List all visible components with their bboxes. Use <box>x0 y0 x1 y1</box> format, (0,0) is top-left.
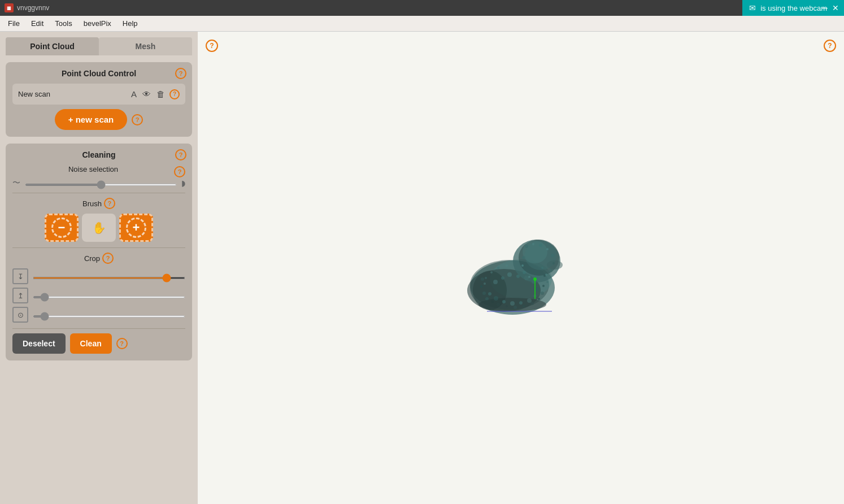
webcam-minimize-button[interactable]: ─ <box>819 2 830 14</box>
svg-point-53 <box>533 277 537 281</box>
new-scan-button[interactable]: + new scan <box>55 109 127 130</box>
svg-point-48 <box>523 271 526 274</box>
noise-icons-group: 〜 ◗ <box>12 178 185 188</box>
clean-button[interactable]: Clean <box>70 333 112 354</box>
crop-row-1: ↧ <box>12 268 185 284</box>
svg-point-14 <box>542 285 545 287</box>
svg-point-47 <box>528 276 530 278</box>
noise-help[interactable]: ? <box>174 166 185 177</box>
divider-3 <box>12 328 185 329</box>
noise-slider-container <box>25 179 177 188</box>
svg-point-62 <box>546 281 549 283</box>
noise-slider[interactable] <box>25 184 177 186</box>
noise-right-icon: ◗ <box>181 179 185 188</box>
svg-point-57 <box>506 264 508 267</box>
svg-point-28 <box>527 298 532 303</box>
crop-help[interactable]: ? <box>102 253 114 264</box>
noise-label: Noise selection <box>12 165 174 173</box>
brush-label: Brush <box>82 199 102 208</box>
svg-point-32 <box>494 296 498 301</box>
duck-3d-view <box>442 211 600 324</box>
font-icon: A <box>131 89 137 99</box>
app-title: vnvggvnnv <box>17 4 49 12</box>
brush-minus-icon: − <box>51 218 72 238</box>
svg-point-19 <box>473 271 507 310</box>
svg-point-44 <box>549 269 552 272</box>
crop-slider-3-container <box>33 311 185 319</box>
tab-mesh[interactable]: Mesh <box>99 37 192 55</box>
scan-icons: A 👁 🗑 ? <box>130 88 180 100</box>
viewport-help-tr[interactable]: ? <box>824 40 836 52</box>
main-layout: Point Cloud Mesh Point Cloud Control ? N… <box>0 32 844 504</box>
duck-svg <box>442 211 600 324</box>
viewport-help-tl[interactable]: ? <box>206 40 218 52</box>
point-cloud-control-help[interactable]: ? <box>175 68 186 79</box>
action-help[interactable]: ? <box>116 338 128 349</box>
point-cloud-control-title: Point Cloud Control <box>12 69 185 78</box>
app-icon: ▦ <box>5 3 14 12</box>
noise-left-icon: 〜 <box>12 178 20 188</box>
menu-help[interactable]: Help <box>117 17 143 30</box>
svg-point-56 <box>497 267 499 269</box>
brush-plus-button[interactable]: + <box>119 214 153 242</box>
scan-eye-button[interactable]: 👁 <box>141 88 152 100</box>
menu-edit[interactable]: Edit <box>25 17 49 30</box>
scan-inline-help[interactable]: ? <box>169 89 180 99</box>
viewport: ? ? <box>198 32 844 504</box>
eye-icon: 👁 <box>142 89 151 99</box>
brush-minus-button[interactable]: − <box>45 214 79 242</box>
deselect-button[interactable]: Deselect <box>12 333 66 354</box>
svg-point-58 <box>485 277 487 279</box>
brush-title-row: Brush ? <box>12 198 185 209</box>
brush-hand-button[interactable]: ✋ <box>82 214 116 242</box>
svg-point-22 <box>507 272 512 277</box>
noise-section-header: Noise selection ? <box>12 165 185 178</box>
title-bar: ▦ vnvggvnnv ✉ is using the webcam ─ ✕ <box>0 0 844 16</box>
crop-slider-1[interactable] <box>33 277 185 279</box>
webcam-close-button[interactable]: ✕ <box>829 2 842 14</box>
svg-point-50 <box>522 256 525 259</box>
scan-font-button[interactable]: A <box>130 88 138 100</box>
scan-trash-button[interactable]: 🗑 <box>155 88 166 100</box>
svg-point-41 <box>546 248 549 250</box>
crop-title-row: Crop ? <box>12 253 185 264</box>
svg-point-30 <box>510 301 515 306</box>
trash-icon: 🗑 <box>156 89 165 99</box>
tabs-container: Point Cloud Mesh <box>6 37 192 55</box>
svg-point-59 <box>484 283 486 285</box>
brush-hand-icon: ✋ <box>92 221 106 234</box>
crop-slider-1-container <box>33 272 185 281</box>
new-scan-help[interactable]: ? <box>132 114 143 125</box>
menu-bevelpix[interactable]: bevelPix <box>78 17 117 30</box>
scan-row: New scan A 👁 🗑 ? <box>12 84 185 105</box>
svg-point-33 <box>488 292 491 296</box>
webcam-icon: ✉ <box>749 3 756 12</box>
svg-point-38 <box>525 245 528 248</box>
cleaning-panel-help[interactable]: ? <box>175 149 186 160</box>
menu-tools[interactable]: Tools <box>49 17 77 30</box>
svg-point-39 <box>532 243 534 245</box>
divider-2 <box>12 247 185 248</box>
new-scan-row: + new scan ? <box>12 109 185 130</box>
svg-point-12 <box>538 298 540 300</box>
menu-file[interactable]: File <box>2 17 25 30</box>
crop-row-2: ↥ <box>12 288 185 303</box>
crop-label: Crop <box>84 254 100 263</box>
brush-plus-icon: + <box>126 218 146 238</box>
brush-help[interactable]: ? <box>104 198 115 209</box>
svg-point-37 <box>523 241 547 263</box>
svg-point-61 <box>545 273 547 276</box>
svg-point-49 <box>521 264 524 267</box>
svg-point-51 <box>547 260 563 270</box>
cleaning-title: Cleaning <box>12 150 185 159</box>
svg-point-13 <box>541 292 544 295</box>
crop-slider-2[interactable] <box>33 296 185 298</box>
crop-section: Crop ? ↧ ↥ <box>12 253 185 323</box>
tab-point-cloud[interactable]: Point Cloud <box>6 37 99 55</box>
crop-up-icon: ↥ <box>12 288 28 303</box>
svg-point-60 <box>541 267 543 269</box>
crop-slider-3[interactable] <box>33 315 185 318</box>
point-cloud-control-panel: Point Cloud Control ? New scan A 👁 🗑 ? <box>6 62 192 137</box>
crop-row-3: ⊙ <box>12 307 185 323</box>
svg-point-21 <box>501 276 504 280</box>
